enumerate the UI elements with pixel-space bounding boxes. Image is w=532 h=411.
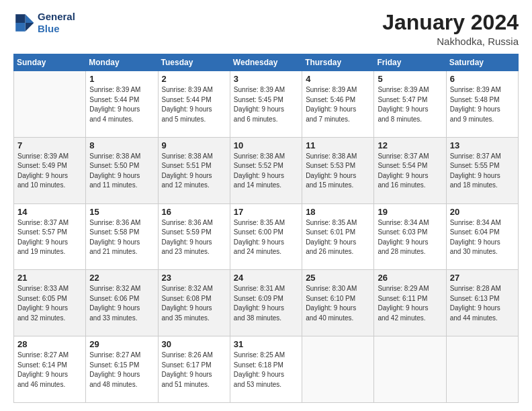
day-number: 29 (89, 339, 154, 349)
day-number: 27 (450, 273, 515, 283)
day-info: Sunrise: 8:27 AM Sunset: 6:15 PM Dayligh… (89, 351, 154, 390)
day-info: Sunrise: 8:38 AM Sunset: 5:52 PM Dayligh… (234, 152, 298, 191)
table-row: 20Sunrise: 8:34 AM Sunset: 6:04 PM Dayli… (446, 203, 518, 270)
day-info: Sunrise: 8:36 AM Sunset: 5:58 PM Dayligh… (89, 218, 154, 257)
table-row: 16Sunrise: 8:36 AM Sunset: 5:59 PM Dayli… (158, 203, 230, 270)
calendar-week-2: 7Sunrise: 8:39 AM Sunset: 5:49 PM Daylig… (14, 137, 519, 203)
table-row: 10Sunrise: 8:38 AM Sunset: 5:52 PM Dayli… (230, 137, 302, 203)
table-row: 22Sunrise: 8:32 AM Sunset: 6:06 PM Dayli… (86, 270, 158, 336)
day-info: Sunrise: 8:39 AM Sunset: 5:47 PM Dayligh… (378, 85, 442, 124)
day-number: 2 (162, 74, 226, 84)
day-info: Sunrise: 8:27 AM Sunset: 6:14 PM Dayligh… (17, 351, 82, 390)
day-number: 13 (450, 140, 515, 150)
logo-icon (13, 12, 35, 34)
table-row: 3Sunrise: 8:39 AM Sunset: 5:45 PM Daylig… (230, 71, 302, 138)
day-number: 25 (306, 273, 370, 283)
col-wednesday: Wednesday (230, 54, 302, 71)
table-row: 29Sunrise: 8:27 AM Sunset: 6:15 PM Dayli… (86, 336, 158, 403)
table-row: 23Sunrise: 8:32 AM Sunset: 6:08 PM Dayli… (158, 270, 230, 336)
table-row: 8Sunrise: 8:38 AM Sunset: 5:50 PM Daylig… (86, 137, 158, 203)
table-row: 1Sunrise: 8:39 AM Sunset: 5:44 PM Daylig… (86, 71, 158, 138)
col-sunday: Sunday (14, 54, 86, 71)
table-row (374, 336, 446, 403)
day-number: 30 (162, 339, 226, 349)
table-row: 4Sunrise: 8:39 AM Sunset: 5:46 PM Daylig… (302, 71, 374, 138)
table-row: 14Sunrise: 8:37 AM Sunset: 5:57 PM Dayli… (14, 203, 86, 270)
day-info: Sunrise: 8:37 AM Sunset: 5:55 PM Dayligh… (450, 152, 515, 191)
day-info: Sunrise: 8:35 AM Sunset: 6:00 PM Dayligh… (234, 218, 298, 257)
header: General Blue January 2024 Nakhodka, Russ… (13, 11, 519, 47)
day-number: 9 (162, 140, 226, 150)
table-row: 27Sunrise: 8:28 AM Sunset: 6:13 PM Dayli… (446, 270, 518, 336)
day-number: 8 (89, 140, 154, 150)
day-info: Sunrise: 8:31 AM Sunset: 6:09 PM Dayligh… (234, 284, 298, 323)
day-info: Sunrise: 8:39 AM Sunset: 5:44 PM Dayligh… (89, 85, 154, 124)
day-info: Sunrise: 8:38 AM Sunset: 5:53 PM Dayligh… (306, 152, 370, 191)
calendar-table: Sunday Monday Tuesday Wednesday Thursday… (13, 54, 519, 403)
day-number: 16 (162, 207, 226, 217)
col-tuesday: Tuesday (158, 54, 230, 71)
day-info: Sunrise: 8:38 AM Sunset: 5:51 PM Dayligh… (162, 152, 226, 191)
day-info: Sunrise: 8:35 AM Sunset: 6:01 PM Dayligh… (306, 218, 370, 257)
table-row: 11Sunrise: 8:38 AM Sunset: 5:53 PM Dayli… (302, 137, 374, 203)
day-number: 28 (17, 339, 82, 349)
day-number: 17 (234, 207, 298, 217)
table-row: 9Sunrise: 8:38 AM Sunset: 5:51 PM Daylig… (158, 137, 230, 203)
day-number: 11 (306, 140, 370, 150)
table-row (302, 336, 374, 403)
table-row: 7Sunrise: 8:39 AM Sunset: 5:49 PM Daylig… (14, 137, 86, 203)
day-info: Sunrise: 8:37 AM Sunset: 5:57 PM Dayligh… (17, 218, 82, 257)
table-row (14, 71, 86, 138)
day-number: 15 (89, 207, 154, 217)
calendar-week-1: 1Sunrise: 8:39 AM Sunset: 5:44 PM Daylig… (14, 71, 519, 138)
day-number: 1 (89, 74, 154, 84)
day-info: Sunrise: 8:30 AM Sunset: 6:10 PM Dayligh… (306, 284, 370, 323)
day-number: 31 (234, 339, 298, 349)
day-number: 12 (378, 140, 442, 150)
day-info: Sunrise: 8:34 AM Sunset: 6:04 PM Dayligh… (450, 218, 515, 257)
day-number: 3 (234, 74, 298, 84)
day-number: 4 (306, 74, 370, 84)
table-row: 2Sunrise: 8:39 AM Sunset: 5:44 PM Daylig… (158, 71, 230, 138)
table-row: 19Sunrise: 8:34 AM Sunset: 6:03 PM Dayli… (374, 203, 446, 270)
day-number: 6 (450, 74, 515, 84)
subtitle: Nakhodka, Russia (382, 36, 519, 47)
table-row (446, 336, 518, 403)
table-row: 24Sunrise: 8:31 AM Sunset: 6:09 PM Dayli… (230, 270, 302, 336)
day-info: Sunrise: 8:25 AM Sunset: 6:18 PM Dayligh… (234, 351, 298, 390)
day-number: 22 (89, 273, 154, 283)
table-row: 26Sunrise: 8:29 AM Sunset: 6:11 PM Dayli… (374, 270, 446, 336)
day-info: Sunrise: 8:39 AM Sunset: 5:44 PM Dayligh… (162, 85, 226, 124)
svg-marker-0 (26, 14, 34, 23)
day-info: Sunrise: 8:38 AM Sunset: 5:50 PM Dayligh… (89, 152, 154, 191)
table-row: 13Sunrise: 8:37 AM Sunset: 5:55 PM Dayli… (446, 137, 518, 203)
calendar-week-5: 28Sunrise: 8:27 AM Sunset: 6:14 PM Dayli… (14, 336, 519, 403)
day-number: 26 (378, 273, 442, 283)
logo-text: General Blue (38, 11, 75, 35)
svg-marker-1 (26, 23, 34, 32)
col-monday: Monday (86, 54, 158, 71)
table-row: 28Sunrise: 8:27 AM Sunset: 6:14 PM Dayli… (14, 336, 86, 403)
table-row: 18Sunrise: 8:35 AM Sunset: 6:01 PM Dayli… (302, 203, 374, 270)
table-row: 21Sunrise: 8:33 AM Sunset: 6:05 PM Dayli… (14, 270, 86, 336)
day-info: Sunrise: 8:32 AM Sunset: 6:08 PM Dayligh… (162, 284, 226, 323)
col-friday: Friday (374, 54, 446, 71)
table-row: 30Sunrise: 8:26 AM Sunset: 6:17 PM Dayli… (158, 336, 230, 403)
day-info: Sunrise: 8:39 AM Sunset: 5:48 PM Dayligh… (450, 85, 515, 124)
day-number: 20 (450, 207, 515, 217)
day-info: Sunrise: 8:32 AM Sunset: 6:06 PM Dayligh… (89, 284, 154, 323)
day-number: 7 (17, 140, 82, 150)
day-info: Sunrise: 8:26 AM Sunset: 6:17 PM Dayligh… (162, 351, 226, 390)
day-number: 24 (234, 273, 298, 283)
main-title: January 2024 (382, 11, 519, 34)
day-info: Sunrise: 8:29 AM Sunset: 6:11 PM Dayligh… (378, 284, 442, 323)
calendar-week-3: 14Sunrise: 8:37 AM Sunset: 5:57 PM Dayli… (14, 203, 519, 270)
page: General Blue January 2024 Nakhodka, Russ… (0, 0, 532, 411)
logo: General Blue (13, 11, 75, 35)
day-number: 19 (378, 207, 442, 217)
day-info: Sunrise: 8:36 AM Sunset: 5:59 PM Dayligh… (162, 218, 226, 257)
day-number: 10 (234, 140, 298, 150)
table-row: 17Sunrise: 8:35 AM Sunset: 6:00 PM Dayli… (230, 203, 302, 270)
day-info: Sunrise: 8:39 AM Sunset: 5:45 PM Dayligh… (234, 85, 298, 124)
day-number: 21 (17, 273, 82, 283)
